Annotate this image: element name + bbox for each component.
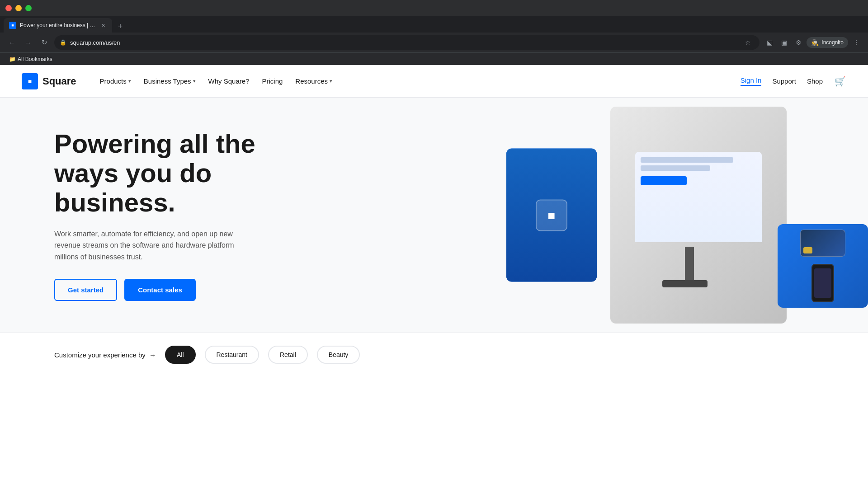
bookmarks-folder-icon: 📁 bbox=[9, 56, 16, 62]
pos-monitor-visual bbox=[622, 152, 775, 278]
nav-link-pricing[interactable]: Pricing bbox=[256, 74, 288, 89]
phone-device-visual bbox=[811, 264, 834, 302]
minimize-window-button[interactable] bbox=[15, 5, 22, 11]
toolbar-actions: ⬕ ▣ ⚙ 🕵 Incognito ⋮ bbox=[763, 36, 863, 49]
filter-restaurant-button[interactable]: Restaurant bbox=[205, 346, 259, 364]
filter-beauty-button[interactable]: Beauty bbox=[317, 346, 360, 364]
extensions-icon[interactable]: ⚙ bbox=[792, 36, 805, 49]
contact-sales-button[interactable]: Contact sales bbox=[124, 279, 196, 301]
filter-label: Customize your experience by → bbox=[54, 351, 156, 359]
back-button[interactable]: ← bbox=[5, 36, 18, 49]
incognito-label: Incognito bbox=[821, 39, 844, 46]
sign-in-link[interactable]: Sign In bbox=[741, 76, 762, 86]
nav-links: Products ▾ Business Types ▾ Why Square? … bbox=[94, 74, 741, 89]
pos-row-1 bbox=[641, 157, 733, 163]
tab-close-button[interactable]: ✕ bbox=[99, 22, 107, 29]
reload-button[interactable]: ↻ bbox=[38, 36, 51, 49]
tab-favicon: ■ bbox=[9, 22, 16, 29]
filter-bar: Customize your experience by → All Resta… bbox=[0, 333, 868, 376]
url-text: squarup.com/us/en bbox=[70, 39, 738, 46]
pos-stand bbox=[685, 247, 694, 283]
hero-device-image: ■ bbox=[506, 149, 597, 282]
nav-right: Sign In Support Shop 🛒 bbox=[741, 75, 846, 88]
pos-screen bbox=[635, 152, 762, 242]
website-content: ■ Square Products ▾ Business Types ▾ Why… bbox=[0, 65, 868, 376]
hero-title: Powering all the ways you do business. bbox=[54, 129, 280, 217]
close-window-button[interactable] bbox=[5, 5, 12, 11]
chevron-down-icon: ▾ bbox=[128, 78, 131, 84]
pos-row-3 bbox=[641, 176, 687, 185]
card-tap-visual bbox=[800, 230, 845, 302]
cart-icon[interactable]: 🛒 bbox=[834, 75, 846, 88]
tab-bar: ■ Power your entire business | Sq ✕ + bbox=[0, 16, 868, 33]
credit-card-visual bbox=[800, 230, 845, 257]
forward-button[interactable]: → bbox=[22, 36, 34, 49]
support-link[interactable]: Support bbox=[772, 77, 796, 85]
browser-window: ■ Power your entire business | Sq ✕ + ← … bbox=[0, 0, 868, 65]
incognito-icon: 🕵 bbox=[811, 39, 819, 46]
star-icon[interactable]: ☆ bbox=[741, 36, 754, 49]
more-options-button[interactable]: ⋮ bbox=[850, 36, 863, 49]
all-bookmarks-item[interactable]: 📁 All Bookmarks bbox=[5, 54, 56, 64]
hero-payment-image bbox=[778, 224, 868, 308]
phone-screen bbox=[814, 268, 831, 298]
nav-link-why-square[interactable]: Why Square? bbox=[203, 74, 255, 89]
square-reader-icon: ■ bbox=[536, 199, 567, 231]
logo-text: Square bbox=[42, 75, 76, 87]
incognito-badge: 🕵 Incognito bbox=[807, 37, 848, 48]
hero-images: ■ bbox=[497, 98, 868, 333]
all-bookmarks-label: All Bookmarks bbox=[18, 56, 52, 62]
lock-icon: 🔒 bbox=[60, 39, 66, 46]
chevron-down-icon: ▾ bbox=[193, 78, 196, 84]
device-hand-visual: ■ bbox=[506, 149, 597, 282]
window-controls bbox=[5, 5, 32, 11]
card-chip bbox=[803, 247, 812, 253]
tab-title: Power your entire business | Sq bbox=[20, 22, 96, 28]
address-bar[interactable]: 🔒 squarup.com/us/en ☆ bbox=[54, 35, 760, 50]
site-nav: ■ Square Products ▾ Business Types ▾ Why… bbox=[0, 65, 868, 98]
hero-content: Powering all the ways you do business. W… bbox=[54, 129, 280, 301]
pos-screen-content bbox=[635, 152, 762, 242]
hero-pos-image bbox=[610, 107, 787, 324]
new-tab-button[interactable]: + bbox=[114, 20, 127, 33]
pos-base bbox=[662, 280, 708, 287]
get-started-button[interactable]: Get started bbox=[54, 279, 117, 301]
profile-icon[interactable]: ▣ bbox=[778, 36, 790, 49]
cast-icon[interactable]: ⬕ bbox=[763, 36, 776, 49]
browser-tab-active[interactable]: ■ Power your entire business | Sq ✕ bbox=[4, 18, 112, 33]
hero-section: Powering all the ways you do business. W… bbox=[0, 98, 868, 333]
pos-row-2 bbox=[641, 165, 710, 171]
bookmarks-bar: 📁 All Bookmarks bbox=[0, 52, 868, 65]
nav-link-resources[interactable]: Resources ▾ bbox=[290, 74, 338, 89]
maximize-window-button[interactable] bbox=[25, 5, 32, 11]
browser-toolbar: ← → ↻ 🔒 squarup.com/us/en ☆ ⬕ ▣ ⚙ 🕵 Inco… bbox=[0, 33, 868, 52]
site-logo[interactable]: ■ Square bbox=[22, 73, 76, 89]
nav-link-business-types[interactable]: Business Types ▾ bbox=[138, 74, 201, 89]
nav-link-products[interactable]: Products ▾ bbox=[94, 74, 137, 89]
browser-titlebar bbox=[0, 0, 868, 16]
arrow-icon: → bbox=[149, 351, 156, 359]
filter-all-button[interactable]: All bbox=[165, 346, 196, 364]
hero-buttons: Get started Contact sales bbox=[54, 279, 280, 301]
logo-icon: ■ bbox=[22, 73, 38, 89]
chevron-down-icon: ▾ bbox=[330, 78, 332, 84]
shop-link[interactable]: Shop bbox=[807, 77, 823, 85]
hero-subtitle: Work smarter, automate for efficiency, a… bbox=[54, 228, 244, 263]
filter-retail-button[interactable]: Retail bbox=[268, 346, 308, 364]
